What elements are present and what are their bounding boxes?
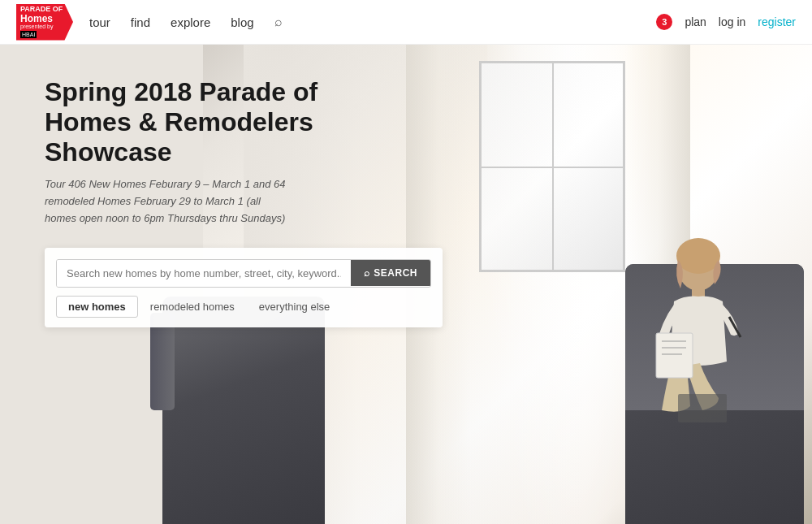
search-tab-new-homes[interactable]: new homes bbox=[56, 296, 138, 318]
svg-rect-3 bbox=[656, 333, 693, 378]
logo-main-text: Homes bbox=[20, 14, 53, 24]
hero-content: Spring 2018 Parade of Homes & Remodelers… bbox=[45, 77, 402, 327]
hero-subtitle: Tour 406 New Homes Feburary 9 – March 1 … bbox=[45, 176, 288, 227]
hero-section: Spring 2018 Parade of Homes & Remodelers… bbox=[0, 45, 812, 524]
header-right: 3 plan log in register bbox=[656, 14, 796, 30]
sofa-left-arm bbox=[150, 313, 175, 410]
search-tabs: new homes remodeled homes everything els… bbox=[56, 296, 431, 318]
sofa-left bbox=[162, 297, 325, 524]
logo-sub-text: presented by bbox=[20, 24, 53, 30]
search-row: ⌕ SEARCH bbox=[56, 259, 431, 288]
main-nav: tour find explore blog ⌕ bbox=[89, 15, 656, 29]
search-icon[interactable]: ⌕ bbox=[274, 15, 283, 29]
site-header: Parade of Homes presented by HBAI tour f… bbox=[0, 0, 812, 45]
search-container: ⌕ SEARCH new homes remodeled homes every… bbox=[45, 248, 443, 327]
plan-count-badge: 3 bbox=[656, 14, 672, 30]
search-button-label: SEARCH bbox=[374, 267, 417, 279]
nav-item-tour[interactable]: tour bbox=[89, 15, 110, 29]
svg-rect-8 bbox=[678, 394, 727, 422]
plan-link[interactable]: plan bbox=[685, 15, 706, 28]
nav-item-find[interactable]: find bbox=[131, 15, 150, 29]
search-input[interactable] bbox=[57, 260, 351, 287]
nav-item-explore[interactable]: explore bbox=[171, 15, 210, 29]
search-button[interactable]: ⌕ SEARCH bbox=[351, 260, 430, 286]
login-link[interactable]: log in bbox=[719, 15, 745, 28]
nav-item-blog[interactable]: blog bbox=[231, 15, 253, 29]
search-tab-everything-else[interactable]: everything else bbox=[247, 296, 342, 318]
person-image bbox=[585, 232, 747, 459]
svg-point-1 bbox=[676, 238, 720, 274]
search-tab-remodeled-homes[interactable]: remodeled homes bbox=[138, 296, 247, 318]
logo[interactable]: Parade of Homes presented by HBAI bbox=[16, 4, 73, 41]
register-link[interactable]: register bbox=[758, 15, 796, 28]
hero-title: Spring 2018 Parade of Homes & Remodelers… bbox=[45, 77, 402, 167]
search-button-icon: ⌕ bbox=[364, 267, 370, 279]
logo-hba-text: HBAI bbox=[20, 31, 37, 38]
